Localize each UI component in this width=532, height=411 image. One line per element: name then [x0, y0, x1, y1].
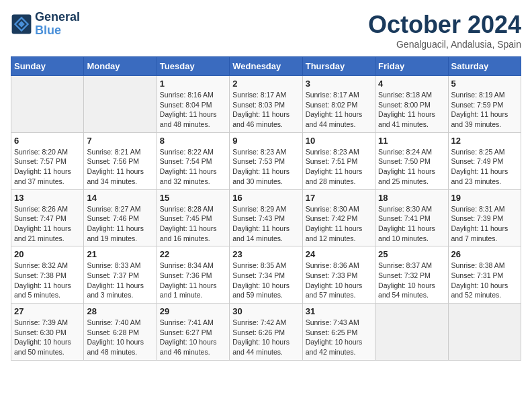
day-info: Sunrise: 8:38 AM Sunset: 7:31 PM Dayligh… [451, 261, 518, 300]
calendar-cell: 28Sunrise: 7:40 AM Sunset: 6:28 PM Dayli… [84, 304, 157, 361]
calendar-cell [375, 304, 448, 361]
day-header-friday: Friday [375, 57, 448, 76]
day-info: Sunrise: 8:30 AM Sunset: 7:42 PM Dayligh… [306, 204, 372, 244]
logo-line2: Blue [35, 24, 80, 38]
calendar-cell: 16Sunrise: 8:29 AM Sunset: 7:43 PM Dayli… [230, 189, 302, 246]
day-header-saturday: Saturday [448, 57, 521, 76]
day-number: 24 [306, 249, 372, 259]
location: Genalguacil, Andalusia, Spain [368, 39, 521, 50]
day-number: 26 [451, 249, 518, 259]
calendar-cell: 22Sunrise: 8:34 AM Sunset: 7:36 PM Dayli… [157, 246, 229, 304]
calendar-cell: 10Sunrise: 8:23 AM Sunset: 7:51 PM Dayli… [302, 132, 375, 189]
day-number: 21 [87, 249, 153, 259]
day-info: Sunrise: 8:18 AM Sunset: 8:00 PM Dayligh… [378, 90, 445, 130]
month-title: October 2024 [368, 11, 521, 39]
day-info: Sunrise: 7:40 AM Sunset: 6:28 PM Dayligh… [87, 318, 153, 357]
week-row-5: 27Sunrise: 7:39 AM Sunset: 6:30 PM Dayli… [11, 304, 521, 361]
day-number: 8 [160, 136, 226, 146]
calendar-cell: 27Sunrise: 7:39 AM Sunset: 6:30 PM Dayli… [11, 304, 84, 361]
calendar-cell: 1Sunrise: 8:16 AM Sunset: 8:04 PM Daylig… [157, 76, 229, 133]
day-info: Sunrise: 8:23 AM Sunset: 7:51 PM Dayligh… [306, 147, 372, 187]
day-number: 10 [306, 136, 372, 146]
day-info: Sunrise: 8:31 AM Sunset: 7:39 PM Dayligh… [451, 204, 518, 244]
calendar-cell: 18Sunrise: 8:30 AM Sunset: 7:41 PM Dayli… [375, 189, 448, 246]
day-number: 2 [232, 79, 299, 89]
day-info: Sunrise: 8:27 AM Sunset: 7:46 PM Dayligh… [87, 204, 153, 244]
calendar-cell: 24Sunrise: 8:36 AM Sunset: 7:33 PM Dayli… [302, 246, 375, 304]
day-number: 16 [232, 193, 299, 203]
day-number: 9 [232, 136, 299, 146]
week-row-1: 1Sunrise: 8:16 AM Sunset: 8:04 PM Daylig… [11, 76, 521, 133]
calendar-cell [11, 76, 84, 133]
day-header-wednesday: Wednesday [230, 57, 302, 76]
day-info: Sunrise: 8:21 AM Sunset: 7:56 PM Dayligh… [87, 147, 153, 187]
day-number: 23 [232, 249, 299, 259]
calendar-cell: 6Sunrise: 8:20 AM Sunset: 7:57 PM Daylig… [11, 132, 84, 189]
day-info: Sunrise: 7:39 AM Sunset: 6:30 PM Dayligh… [14, 318, 81, 357]
day-number: 15 [160, 193, 226, 203]
calendar-cell: 17Sunrise: 8:30 AM Sunset: 7:42 PM Dayli… [302, 189, 375, 246]
title-block: October 2024 Genalguacil, Andalusia, Spa… [368, 11, 521, 50]
day-number: 11 [378, 136, 445, 146]
day-number: 5 [451, 79, 518, 89]
calendar-cell: 8Sunrise: 8:22 AM Sunset: 7:54 PM Daylig… [157, 132, 229, 189]
day-number: 1 [160, 79, 226, 89]
day-info: Sunrise: 8:36 AM Sunset: 7:33 PM Dayligh… [306, 261, 372, 300]
calendar-cell: 19Sunrise: 8:31 AM Sunset: 7:39 PM Dayli… [448, 189, 521, 246]
day-info: Sunrise: 8:28 AM Sunset: 7:45 PM Dayligh… [160, 204, 226, 244]
day-header-tuesday: Tuesday [157, 57, 229, 76]
calendar-cell: 23Sunrise: 8:35 AM Sunset: 7:34 PM Dayli… [230, 246, 302, 304]
calendar-cell: 5Sunrise: 8:19 AM Sunset: 7:59 PM Daylig… [448, 76, 521, 133]
day-info: Sunrise: 8:16 AM Sunset: 8:04 PM Dayligh… [160, 90, 226, 130]
days-header-row: SundayMondayTuesdayWednesdayThursdayFrid… [11, 57, 521, 76]
calendar-cell: 14Sunrise: 8:27 AM Sunset: 7:46 PM Dayli… [84, 189, 157, 246]
day-info: Sunrise: 8:22 AM Sunset: 7:54 PM Dayligh… [160, 147, 226, 187]
calendar-cell [84, 76, 157, 133]
logo-line1: General [35, 11, 80, 24]
day-number: 18 [378, 193, 445, 203]
calendar-cell: 11Sunrise: 8:24 AM Sunset: 7:50 PM Dayli… [375, 132, 448, 189]
day-number: 30 [232, 306, 299, 316]
day-info: Sunrise: 8:33 AM Sunset: 7:37 PM Dayligh… [87, 261, 153, 300]
calendar-cell: 31Sunrise: 7:43 AM Sunset: 6:25 PM Dayli… [302, 304, 375, 361]
day-number: 3 [306, 79, 372, 89]
day-info: Sunrise: 7:43 AM Sunset: 6:25 PM Dayligh… [306, 318, 372, 357]
calendar-cell: 30Sunrise: 7:42 AM Sunset: 6:26 PM Dayli… [230, 304, 302, 361]
calendar-cell: 26Sunrise: 8:38 AM Sunset: 7:31 PM Dayli… [448, 246, 521, 304]
calendar-cell: 25Sunrise: 8:37 AM Sunset: 7:32 PM Dayli… [375, 246, 448, 304]
day-info: Sunrise: 8:24 AM Sunset: 7:50 PM Dayligh… [378, 147, 445, 187]
day-number: 28 [87, 306, 153, 316]
day-info: Sunrise: 8:17 AM Sunset: 8:03 PM Dayligh… [232, 90, 299, 130]
day-info: Sunrise: 7:41 AM Sunset: 6:27 PM Dayligh… [160, 318, 226, 357]
calendar-cell: 7Sunrise: 8:21 AM Sunset: 7:56 PM Daylig… [84, 132, 157, 189]
day-info: Sunrise: 8:34 AM Sunset: 7:36 PM Dayligh… [160, 261, 226, 300]
day-info: Sunrise: 8:35 AM Sunset: 7:34 PM Dayligh… [232, 261, 299, 300]
day-number: 14 [87, 193, 153, 203]
day-number: 12 [451, 136, 518, 146]
day-info: Sunrise: 8:17 AM Sunset: 8:02 PM Dayligh… [306, 90, 372, 130]
day-number: 31 [306, 306, 372, 316]
calendar-cell: 4Sunrise: 8:18 AM Sunset: 8:00 PM Daylig… [375, 76, 448, 133]
day-info: Sunrise: 8:19 AM Sunset: 7:59 PM Dayligh… [451, 90, 518, 130]
calendar-cell: 9Sunrise: 8:23 AM Sunset: 7:53 PM Daylig… [230, 132, 302, 189]
calendar-table: SundayMondayTuesdayWednesdayThursdayFrid… [11, 56, 521, 361]
calendar-cell: 15Sunrise: 8:28 AM Sunset: 7:45 PM Dayli… [157, 189, 229, 246]
calendar-cell: 29Sunrise: 7:41 AM Sunset: 6:27 PM Dayli… [157, 304, 229, 361]
calendar-cell: 13Sunrise: 8:26 AM Sunset: 7:47 PM Dayli… [11, 189, 84, 246]
logo: General Blue [11, 11, 80, 38]
day-number: 7 [87, 136, 153, 146]
day-number: 19 [451, 193, 518, 203]
logo-text: General Blue [35, 11, 80, 38]
day-number: 17 [306, 193, 372, 203]
day-info: Sunrise: 8:30 AM Sunset: 7:41 PM Dayligh… [378, 204, 445, 244]
day-info: Sunrise: 8:25 AM Sunset: 7:49 PM Dayligh… [451, 147, 518, 187]
logo-icon [11, 13, 32, 35]
week-row-4: 20Sunrise: 8:32 AM Sunset: 7:38 PM Dayli… [11, 246, 521, 304]
day-header-monday: Monday [84, 57, 157, 76]
day-number: 22 [160, 249, 226, 259]
day-header-thursday: Thursday [302, 57, 375, 76]
day-number: 4 [378, 79, 445, 89]
day-number: 25 [378, 249, 445, 259]
calendar-cell: 3Sunrise: 8:17 AM Sunset: 8:02 PM Daylig… [302, 76, 375, 133]
day-header-sunday: Sunday [11, 57, 84, 76]
